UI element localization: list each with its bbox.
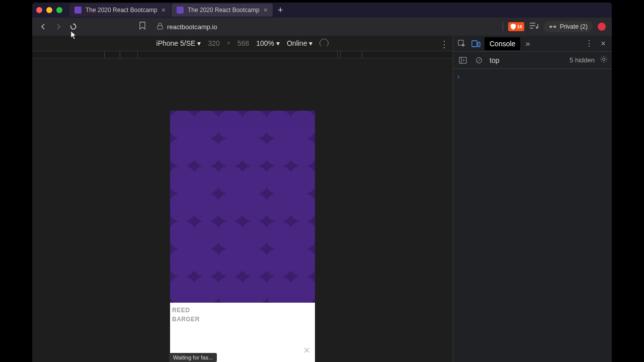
shield-count: 15 bbox=[517, 24, 522, 29]
svg-point-9 bbox=[603, 58, 605, 61]
tab-strip: The 2020 React Bootcamp × The 2020 React… bbox=[32, 3, 612, 18]
chevron-down-icon: ▾ bbox=[276, 39, 280, 47]
divider bbox=[503, 22, 503, 31]
brand-line-1: REED bbox=[172, 306, 200, 315]
rotate-icon[interactable] bbox=[319, 39, 329, 48]
shield-badge[interactable]: 15 bbox=[508, 22, 524, 31]
reload-icon bbox=[69, 23, 77, 31]
device-width-input[interactable]: 320 bbox=[208, 39, 219, 47]
bookmark-icon[interactable] bbox=[139, 22, 146, 32]
window-controls bbox=[36, 7, 62, 13]
new-tab-button[interactable]: + bbox=[274, 5, 287, 16]
clear-console-icon[interactable] bbox=[473, 55, 485, 66]
shield-icon bbox=[510, 23, 516, 30]
device-viewport[interactable]: REED BARGER × bbox=[170, 111, 315, 362]
minimize-window-button[interactable] bbox=[46, 7, 52, 13]
chevron-down-icon: ▾ bbox=[197, 39, 201, 47]
back-button[interactable] bbox=[38, 22, 48, 32]
chevron-right-icon bbox=[55, 23, 62, 30]
tab-title: The 2020 React Bootcamp bbox=[188, 7, 260, 14]
tab-close-icon[interactable]: × bbox=[162, 6, 166, 14]
device-height-input[interactable]: 568 bbox=[237, 39, 249, 47]
brand-line-2: BARGER bbox=[172, 315, 200, 324]
devtools-more-icon[interactable]: ⋮ bbox=[584, 38, 595, 49]
url-text: reactbootcamp.io bbox=[167, 23, 217, 31]
svg-rect-5 bbox=[459, 57, 466, 63]
svg-rect-0 bbox=[157, 26, 163, 29]
close-window-button[interactable] bbox=[36, 7, 42, 13]
playlist-icon[interactable] bbox=[529, 22, 538, 31]
private-label: Private (2) bbox=[560, 23, 588, 30]
device-emulation-panel: iPhone 5/SE ▾ 320 × 568 100% ▾ Online ▾ … bbox=[32, 36, 453, 362]
console-toolbar: top 5 hidden bbox=[453, 52, 612, 69]
console-prompt-icon: › bbox=[457, 72, 460, 80]
private-mode-badge[interactable]: 👓 Private (2) bbox=[543, 21, 593, 32]
inspect-element-icon[interactable] bbox=[456, 38, 467, 49]
maximize-window-button[interactable] bbox=[56, 7, 62, 13]
profile-button[interactable] bbox=[598, 23, 606, 31]
tab-title: The 2020 React Bootcamp bbox=[86, 7, 157, 14]
lock-icon bbox=[157, 23, 163, 31]
viewport-wrap: REED BARGER × bbox=[32, 58, 453, 362]
content-area: iPhone 5/SE ▾ 320 × 568 100% ▾ Online ▾ … bbox=[32, 36, 612, 362]
device-toolbar-more-icon[interactable]: ⋮ bbox=[440, 39, 449, 50]
console-sidebar-toggle-icon[interactable] bbox=[457, 55, 468, 66]
tab-close-icon[interactable]: × bbox=[264, 6, 268, 14]
dimension-separator: × bbox=[227, 40, 230, 47]
device-toggle-icon[interactable] bbox=[470, 38, 481, 49]
svg-rect-4 bbox=[478, 42, 480, 47]
page-close-icon[interactable]: × bbox=[303, 344, 310, 357]
chevron-down-icon: ▾ bbox=[309, 39, 312, 47]
device-toolbar: iPhone 5/SE ▾ 320 × 568 100% ▾ Online ▾ … bbox=[32, 36, 453, 51]
address-bar: reactbootcamp.io 15 👓 Private (2) bbox=[32, 18, 612, 36]
devtools-tabstrip: Console » ⋮ × bbox=[453, 36, 612, 52]
svg-line-8 bbox=[477, 58, 481, 62]
console-body[interactable]: › bbox=[453, 69, 612, 362]
zoom-selector[interactable]: 100% ▾ bbox=[256, 39, 280, 47]
forward-button[interactable] bbox=[53, 22, 63, 32]
browser-tab[interactable]: The 2020 React Bootcamp × bbox=[69, 4, 171, 17]
toolbar-right: 15 👓 Private (2) bbox=[503, 21, 606, 32]
throttle-value: Online bbox=[287, 39, 307, 47]
devtools-close-icon[interactable]: × bbox=[598, 38, 609, 49]
throttle-selector[interactable]: Online ▾ bbox=[287, 39, 312, 47]
console-context-selector[interactable]: top bbox=[490, 56, 565, 64]
browser-window: The 2020 React Bootcamp × The 2020 React… bbox=[32, 3, 612, 362]
browser-tab-active[interactable]: The 2020 React Bootcamp × bbox=[172, 4, 273, 17]
brand-text: REED BARGER bbox=[172, 306, 200, 324]
chevron-left-icon bbox=[40, 23, 47, 30]
glasses-icon: 👓 bbox=[548, 23, 557, 31]
tab-favicon-icon bbox=[177, 7, 184, 14]
url-bar[interactable]: reactbootcamp.io bbox=[157, 23, 498, 31]
ruler bbox=[32, 51, 453, 58]
hidden-messages-badge[interactable]: 5 hidden bbox=[570, 56, 595, 64]
status-bar: Waiting for fas... bbox=[169, 353, 217, 362]
device-name: iPhone 5/SE bbox=[156, 39, 196, 47]
console-settings-icon[interactable] bbox=[600, 55, 608, 65]
svg-rect-3 bbox=[472, 41, 477, 47]
device-selector[interactable]: iPhone 5/SE ▾ bbox=[156, 39, 201, 47]
zoom-value: 100% bbox=[256, 39, 274, 47]
devtools-panel: Console » ⋮ × top 5 hidden bbox=[453, 36, 612, 362]
tab-console[interactable]: Console bbox=[485, 37, 520, 50]
tab-favicon-icon bbox=[74, 7, 82, 14]
reload-button[interactable] bbox=[68, 22, 78, 32]
tabs-overflow-icon[interactable]: » bbox=[525, 39, 530, 48]
